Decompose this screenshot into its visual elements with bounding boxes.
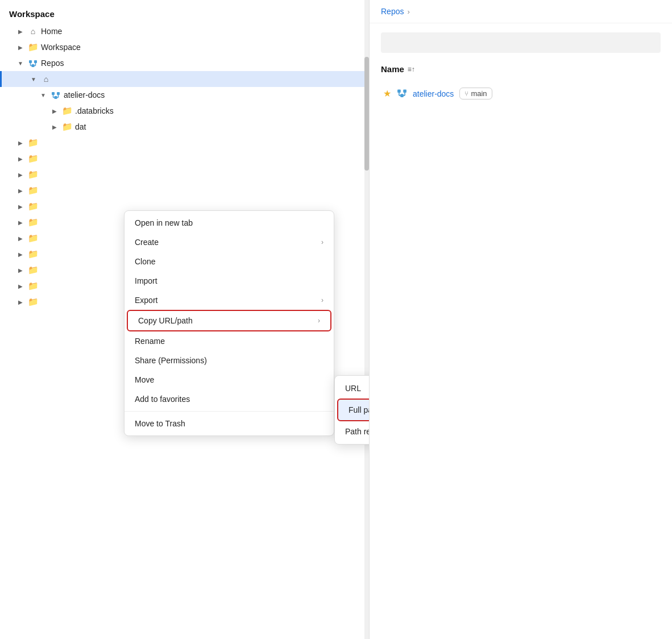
sub-menu-item-path-relative[interactable]: Path relative to Root — [335, 421, 370, 442]
chevron-databricks: ▶ — [50, 106, 59, 115]
name-label: Name — [381, 64, 404, 74]
tree-item-databricks[interactable]: ▶ 📁 .databricks — [0, 103, 369, 119]
breadcrumb-separator: › — [407, 7, 409, 16]
sort-icon[interactable]: ≡↑ — [408, 65, 415, 73]
tree-item-folder-3[interactable]: ▶ 📁 — [0, 167, 369, 182]
workspace-title: Workspace — [0, 0, 369, 23]
context-menu-item-copy-url[interactable]: Copy URL/path › — [127, 310, 331, 331]
context-menu-item-add-favorites[interactable]: Add to favorites — [125, 389, 334, 409]
tree-item-atelier-docs[interactable]: ▼ atelier-docs — [0, 87, 369, 103]
arrow-create: › — [321, 238, 323, 246]
tree-label-repos: Repos — [41, 59, 64, 68]
tree-label-dat: dat — [75, 122, 86, 131]
svg-rect-14 — [397, 89, 401, 93]
context-menu-item-export[interactable]: Export › — [125, 291, 334, 310]
right-content: Name ≡↑ ★ atelier-docs ⑂ main — [370, 23, 672, 113]
right-panel: Repos › Name ≡↑ ★ atelier-docs — [370, 0, 672, 639]
context-menu-divider — [125, 411, 334, 412]
toolbar-bar — [381, 32, 661, 53]
tree-label-workspace: Workspace — [41, 43, 81, 52]
scrollbar[interactable] — [364, 0, 369, 639]
folder-icon-6: 📁 — [28, 217, 38, 227]
folder-icon-4: 📁 — [28, 185, 38, 196]
branch-badge: ⑂ main — [459, 88, 492, 99]
context-menu-item-rename[interactable]: Rename — [125, 331, 334, 351]
chevron-atelier-docs: ▼ — [39, 90, 48, 99]
home-icon: ⌂ — [28, 26, 38, 36]
context-menu-item-move-trash[interactable]: Move to Trash — [125, 414, 334, 433]
context-menu-item-open-new-tab[interactable]: Open in new tab — [125, 213, 334, 233]
context-menu-item-clone[interactable]: Clone — [125, 252, 334, 271]
tree-item-repos[interactable]: ▼ Repos — [0, 55, 369, 71]
folder-icon-workspace: 📁 — [28, 42, 38, 52]
chevron-home: ▶ — [16, 27, 25, 36]
folder-icon-11: 📁 — [28, 297, 38, 307]
branch-name: main — [471, 89, 487, 98]
repo-folder-icon — [397, 88, 407, 99]
name-column-header: Name ≡↑ — [381, 64, 661, 74]
arrow-copy-url: › — [318, 317, 320, 325]
tree-item-home[interactable]: ▶ ⌂ Home — [0, 23, 369, 39]
folder-icon-databricks: 📁 — [62, 106, 72, 116]
chevron-repos-home: ▼ — [29, 74, 38, 84]
sub-context-menu: URL Full path ☞ Path relative to Root — [334, 375, 370, 445]
context-menu-item-import[interactable]: Import — [125, 271, 334, 291]
folder-icon-2: 📁 — [28, 153, 38, 164]
branch-icon: ⑂ — [464, 90, 468, 98]
folder-icon-10: 📁 — [28, 281, 38, 291]
sub-menu-item-full-path[interactable]: Full path ☞ — [337, 399, 370, 421]
repo-name-link[interactable]: atelier-docs — [413, 89, 454, 98]
tree-label-home: Home — [41, 27, 62, 36]
folder-icon-1: 📁 — [28, 138, 38, 148]
home-icon-repos: ⌂ — [41, 74, 51, 84]
repos-icon-atelier — [51, 90, 61, 100]
tree-item-folder-4[interactable]: ▶ 📁 — [0, 182, 369, 198]
chevron-dat: ▶ — [50, 122, 59, 131]
svg-rect-1 — [34, 60, 37, 63]
svg-rect-7 — [52, 92, 55, 95]
tree-label-atelier-docs: atelier-docs — [64, 90, 105, 99]
tree-item-repos-home[interactable]: ▼ ⌂ — [0, 71, 369, 87]
context-menu: Open in new tab Create › Clone Import Ex… — [124, 210, 334, 436]
left-panel: Workspace ▶ ⌂ Home ▶ 📁 Workspace ▼ Repos… — [0, 0, 370, 639]
tree-label-databricks: .databricks — [75, 106, 114, 115]
folder-icon-9: 📁 — [28, 265, 38, 275]
repo-row: ★ atelier-docs ⑂ main — [381, 83, 661, 104]
star-icon[interactable]: ★ — [383, 88, 391, 99]
folder-icon-3: 📁 — [28, 169, 38, 180]
repos-icon-main — [28, 58, 38, 68]
svg-rect-15 — [403, 89, 406, 93]
tree-item-dat[interactable]: ▶ 📁 dat — [0, 119, 369, 135]
arrow-export: › — [321, 296, 323, 304]
folder-icon-dat: 📁 — [62, 122, 72, 132]
sub-menu-item-url[interactable]: URL — [335, 378, 370, 399]
tree-item-folder-1[interactable]: ▶ 📁 — [0, 135, 369, 151]
folder-icon-7: 📁 — [28, 233, 38, 243]
breadcrumb-repos-link[interactable]: Repos — [381, 7, 404, 16]
context-menu-item-share[interactable]: Share (Permissions) — [125, 351, 334, 370]
tree-item-folder-2[interactable]: ▶ 📁 — [0, 151, 369, 167]
context-menu-item-create[interactable]: Create › — [125, 233, 334, 252]
context-menu-item-move[interactable]: Move — [125, 370, 334, 389]
folder-icon-8: 📁 — [28, 249, 38, 259]
svg-rect-0 — [29, 60, 32, 63]
svg-rect-8 — [57, 92, 60, 95]
chevron-repos: ▼ — [16, 59, 25, 68]
chevron-workspace: ▶ — [16, 43, 25, 52]
folder-icon-5: 📁 — [28, 201, 38, 211]
breadcrumb-bar: Repos › — [370, 0, 672, 23]
scrollbar-thumb[interactable] — [364, 57, 369, 171]
tree-item-workspace[interactable]: ▶ 📁 Workspace — [0, 39, 369, 55]
